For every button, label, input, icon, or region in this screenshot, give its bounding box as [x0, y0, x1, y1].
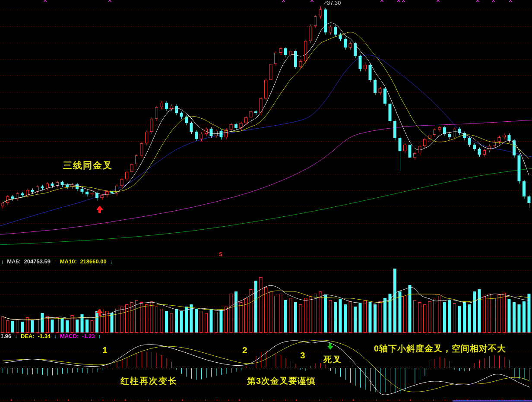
time-axis-scrollbar-thumb[interactable]	[453, 400, 532, 402]
stock-chart-app: 37.30 三线同金叉 S ↓ MA5: 204753.59 ↑ MA10: 2…	[0, 0, 532, 402]
chart-canvas[interactable]	[0, 0, 532, 402]
